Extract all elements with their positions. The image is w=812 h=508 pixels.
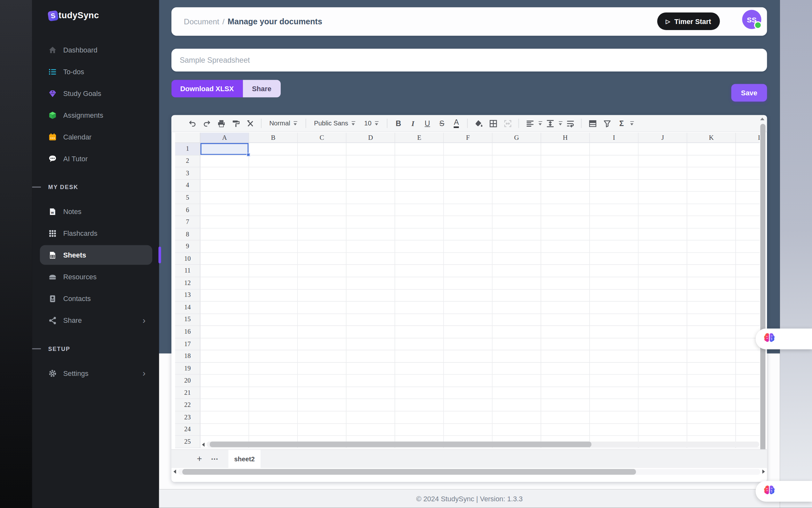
cell-K9[interactable] [687, 241, 736, 253]
cell-L5[interactable] [736, 192, 760, 204]
cell-I14[interactable] [590, 302, 638, 314]
cell-I13[interactable] [590, 290, 638, 302]
row-header-9[interactable]: 9 [175, 241, 200, 253]
cell-I15[interactable] [590, 314, 638, 326]
column-header-D[interactable]: D [346, 133, 395, 143]
cell-F16[interactable] [444, 326, 492, 338]
cell-A4[interactable] [200, 180, 249, 192]
cell-C10[interactable] [298, 253, 346, 265]
cell-E19[interactable] [395, 363, 444, 375]
cell-B13[interactable] [249, 290, 298, 302]
cell-L20[interactable] [736, 375, 760, 387]
cell-D11[interactable] [346, 265, 395, 278]
row-header-3[interactable]: 3 [175, 167, 200, 179]
cell-A16[interactable] [200, 326, 249, 338]
cell-B4[interactable] [249, 180, 298, 192]
sidebar-item-sheets[interactable]: Sheets [32, 244, 159, 266]
cell-F23[interactable] [444, 411, 492, 424]
cell-A2[interactable] [200, 155, 249, 167]
cell-L21[interactable] [736, 387, 760, 399]
cell-D18[interactable] [346, 351, 395, 363]
font-dropdown[interactable]: Public Sans [310, 115, 360, 132]
cell-C4[interactable] [298, 180, 346, 192]
cell-J22[interactable] [638, 399, 687, 411]
italic-button[interactable]: I [406, 115, 420, 132]
sidebar-item-resources[interactable]: Resources [32, 266, 159, 288]
cell-L14[interactable] [736, 302, 760, 314]
cell-K3[interactable] [687, 167, 736, 179]
cell-D22[interactable] [346, 399, 395, 411]
cell-F11[interactable] [444, 265, 492, 278]
cell-I8[interactable] [590, 228, 638, 241]
sidebar-item-ai-tutor[interactable]: AI Tutor [32, 148, 159, 170]
cell-J4[interactable] [638, 180, 687, 192]
cell-C22[interactable] [298, 399, 346, 411]
cell-G9[interactable] [493, 241, 541, 253]
cell-L1[interactable] [736, 143, 760, 155]
align-horizontal-icon[interactable] [523, 115, 537, 132]
font-size-dropdown[interactable]: 10 [360, 115, 383, 132]
grid-vertical-scrollbar[interactable] [760, 117, 766, 467]
cell-J20[interactable] [638, 375, 687, 387]
cell-J10[interactable] [638, 253, 687, 265]
cell-E12[interactable] [395, 278, 444, 290]
cell-B21[interactable] [249, 387, 298, 399]
cell-J2[interactable] [638, 155, 687, 167]
cell-K15[interactable] [687, 314, 736, 326]
cell-H17[interactable] [541, 338, 590, 350]
cell-K13[interactable] [687, 290, 736, 302]
cell-A24[interactable] [200, 424, 249, 436]
cell-B17[interactable] [249, 338, 298, 350]
cell-D15[interactable] [346, 314, 395, 326]
merge-cells-icon[interactable] [500, 115, 515, 132]
column-header-I[interactable]: I [590, 133, 638, 143]
cell-F18[interactable] [444, 351, 492, 363]
sidebar-item-share[interactable]: Share › [32, 309, 159, 331]
strikethrough-button[interactable]: S [435, 115, 449, 132]
cell-B16[interactable] [249, 326, 298, 338]
cell-C12[interactable] [298, 278, 346, 290]
cell-A5[interactable] [200, 192, 249, 204]
cell-E15[interactable] [395, 314, 444, 326]
cell-A8[interactable] [200, 228, 249, 241]
cell-D24[interactable] [346, 424, 395, 436]
borders-icon[interactable] [486, 115, 500, 132]
cell-G19[interactable] [493, 363, 541, 375]
cell-K8[interactable] [687, 228, 736, 241]
cell-C21[interactable] [298, 387, 346, 399]
cell-B2[interactable] [249, 155, 298, 167]
cell-K4[interactable] [687, 180, 736, 192]
cell-D19[interactable] [346, 363, 395, 375]
cell-E9[interactable] [395, 241, 444, 253]
cell-B9[interactable] [249, 241, 298, 253]
row-header-25[interactable]: 25 [175, 436, 200, 448]
cell-B15[interactable] [249, 314, 298, 326]
row-header-23[interactable]: 23 [175, 411, 200, 424]
save-button[interactable]: Save [731, 84, 767, 101]
cell-F2[interactable] [444, 155, 492, 167]
cell-I20[interactable] [590, 375, 638, 387]
cell-B14[interactable] [249, 302, 298, 314]
fill-color-icon[interactable] [472, 115, 486, 132]
scroll-up-icon[interactable] [760, 118, 764, 120]
cell-C9[interactable] [298, 241, 346, 253]
cell-K17[interactable] [687, 338, 736, 350]
cell-H11[interactable] [541, 265, 590, 278]
cell-A10[interactable] [200, 253, 249, 265]
cell-D6[interactable] [346, 204, 395, 216]
bold-button[interactable]: B [391, 115, 405, 132]
cell-A7[interactable] [200, 216, 249, 228]
column-header-F[interactable]: F [444, 133, 492, 143]
cell-F21[interactable] [444, 387, 492, 399]
cell-I2[interactable] [590, 155, 638, 167]
cell-I19[interactable] [590, 363, 638, 375]
freeze-icon[interactable] [585, 115, 600, 132]
cell-G6[interactable] [493, 204, 541, 216]
align-vertical-icon[interactable] [543, 115, 557, 132]
cell-J23[interactable] [638, 411, 687, 424]
row-header-4[interactable]: 4 [175, 180, 200, 192]
row-header-24[interactable]: 24 [175, 424, 200, 436]
cell-H14[interactable] [541, 302, 590, 314]
cell-G3[interactable] [493, 167, 541, 179]
scrollbar-track[interactable] [206, 441, 759, 447]
